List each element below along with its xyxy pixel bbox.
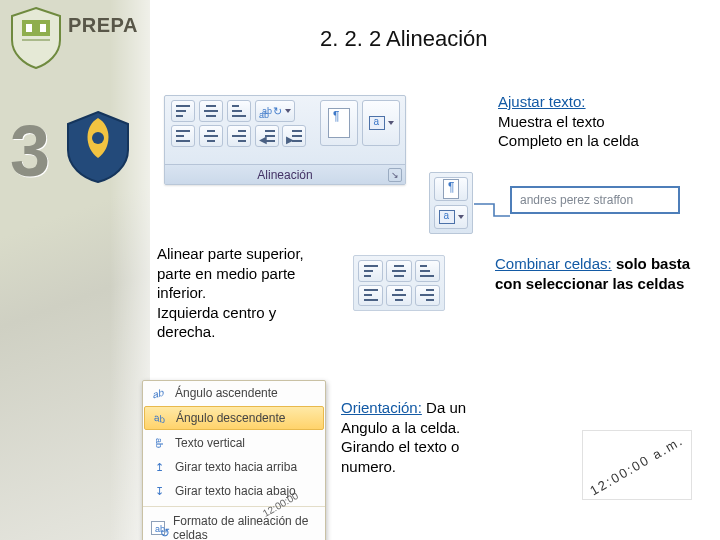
rotate-down-icon: ↧ <box>151 483 167 499</box>
angle-ascending-icon: ab <box>151 385 167 401</box>
menu-item-angle-asc[interactable]: ab Ángulo ascendente <box>143 381 325 405</box>
campus-number: 3 <box>10 110 50 192</box>
callout-alinear: Alinear parte superior, parte en medio p… <box>157 244 347 342</box>
align-center-button[interactable] <box>199 125 223 147</box>
merge-center-button[interactable] <box>434 205 468 229</box>
callout-orientacion: Orientación: Da un Angulo a la celda. Gi… <box>341 398 511 476</box>
menu-item-vertical-text[interactable]: ab Texto vertical <box>143 431 325 455</box>
ribbon-sample-wrap-merge <box>429 172 473 234</box>
vertical-text-icon: ab <box>151 435 167 451</box>
rotate-up-icon: ↥ <box>151 459 167 475</box>
callout-heading: Orientación: <box>341 399 422 416</box>
chevron-down-icon <box>285 109 291 113</box>
align-bottom-button[interactable] <box>227 100 251 122</box>
wrap-text-button[interactable] <box>434 177 468 201</box>
menu-item-rotate-up[interactable]: ↥ Girar texto hacia arriba <box>143 455 325 479</box>
chevron-down-icon <box>388 121 394 125</box>
align-bottom-button[interactable] <box>415 260 440 282</box>
ribbon-group-label: Alineación ↘ <box>165 164 405 184</box>
align-right-button[interactable] <box>415 285 440 307</box>
align-middle-button[interactable] <box>199 100 223 122</box>
sheet-ab-icon: ↺ <box>151 520 165 536</box>
brand-text: PREPA <box>68 14 138 37</box>
chevron-down-icon <box>458 215 464 219</box>
increase-indent-button[interactable]: ▶ <box>282 125 306 147</box>
callout-connector <box>474 200 510 220</box>
align-top-button[interactable] <box>171 100 195 122</box>
align-center-button[interactable] <box>386 285 411 307</box>
ribbon-group-alignment: ab↻ ◀ ▶ Alineación ↘ <box>164 95 406 185</box>
align-left-button[interactable] <box>171 125 195 147</box>
svg-rect-2 <box>40 24 46 32</box>
rotated-cell-sample: 12:00:00 a.m. <box>582 430 692 500</box>
align-middle-button[interactable] <box>386 260 411 282</box>
svg-point-3 <box>92 132 104 144</box>
page-title: 2. 2. 2 Alineación <box>320 26 488 52</box>
school-crest-icon <box>8 6 64 70</box>
wrapped-cell-sample: andres perez straffon <box>510 186 680 214</box>
callout-heading: Combinar celdas: <box>495 255 612 272</box>
alignment-buttons-sample <box>353 255 445 311</box>
merge-center-button[interactable] <box>362 100 400 146</box>
align-right-button[interactable] <box>227 125 251 147</box>
callout-heading: Ajustar texto: <box>498 93 586 110</box>
align-top-button[interactable] <box>358 260 383 282</box>
align-left-button[interactable] <box>358 285 383 307</box>
left-decorative-band <box>0 0 150 540</box>
callout-combinar: Combinar celdas: solo basta con seleccio… <box>495 254 700 293</box>
angle-descending-icon: ab <box>152 410 168 426</box>
dialog-launcher-icon[interactable]: ↘ <box>388 168 402 182</box>
decrease-indent-button[interactable]: ◀ <box>255 125 279 147</box>
wrap-text-button[interactable] <box>320 100 358 146</box>
orientation-dropdown[interactable]: ab↻ <box>255 100 295 122</box>
secondary-crest-icon <box>62 108 134 186</box>
svg-rect-1 <box>26 24 32 32</box>
callout-ajustar-texto: Ajustar texto: Muestra el texto Completo… <box>498 92 698 151</box>
rotated-cell-sample-small: 12:00:00 <box>240 480 320 528</box>
menu-item-angle-desc[interactable]: ab Ángulo descendente <box>144 406 324 430</box>
